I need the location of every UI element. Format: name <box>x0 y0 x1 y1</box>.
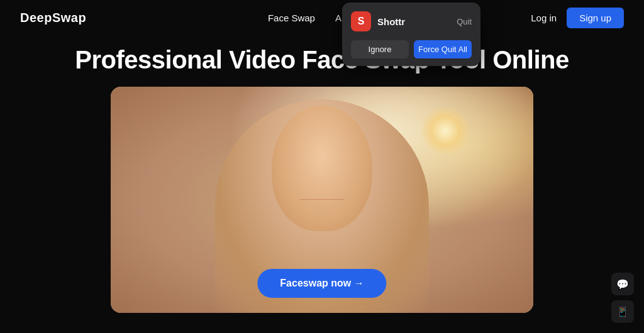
shottr-buttons: Ignore Force Quit All <box>351 40 472 58</box>
face-oval <box>272 106 372 231</box>
force-quit-button[interactable]: Force Quit All <box>414 40 472 58</box>
nav-right: Log in Sign up <box>531 8 624 28</box>
bottom-right-icons: 💬 📱 <box>611 273 634 323</box>
shottr-popup: S Shottr Quit Ignore Force Quit All <box>342 3 480 66</box>
shottr-app-name: Shottr <box>377 16 405 27</box>
ignore-button[interactable]: Ignore <box>351 40 409 58</box>
navbar: DeepSwap Face Swap AI Tools Log in Sign … <box>0 0 644 35</box>
brand-logo: DeepSwap <box>20 11 86 25</box>
quit-text[interactable]: Quit <box>457 17 472 26</box>
page-title: Professional Video Face Swap Tool Online <box>75 45 569 74</box>
main-content: Professional Video Face Swap Tool Online… <box>0 35 644 313</box>
signup-button[interactable]: Sign up <box>567 8 624 28</box>
mobile-icon-button[interactable]: 📱 <box>611 300 634 323</box>
chat-icon-button[interactable]: 💬 <box>611 273 634 295</box>
light-orb <box>420 106 470 156</box>
face-area <box>253 106 391 269</box>
shottr-app-info: S Shottr <box>351 11 405 31</box>
smile-line <box>300 199 344 200</box>
shottr-app-icon: S <box>351 11 371 31</box>
shottr-header: S Shottr Quit <box>351 11 472 31</box>
nav-face-swap[interactable]: Face Swap <box>268 13 315 23</box>
login-button[interactable]: Log in <box>531 13 557 23</box>
video-preview-card: Faceswap now → <box>111 87 533 313</box>
faceswap-now-button[interactable]: Faceswap now → <box>257 269 386 298</box>
